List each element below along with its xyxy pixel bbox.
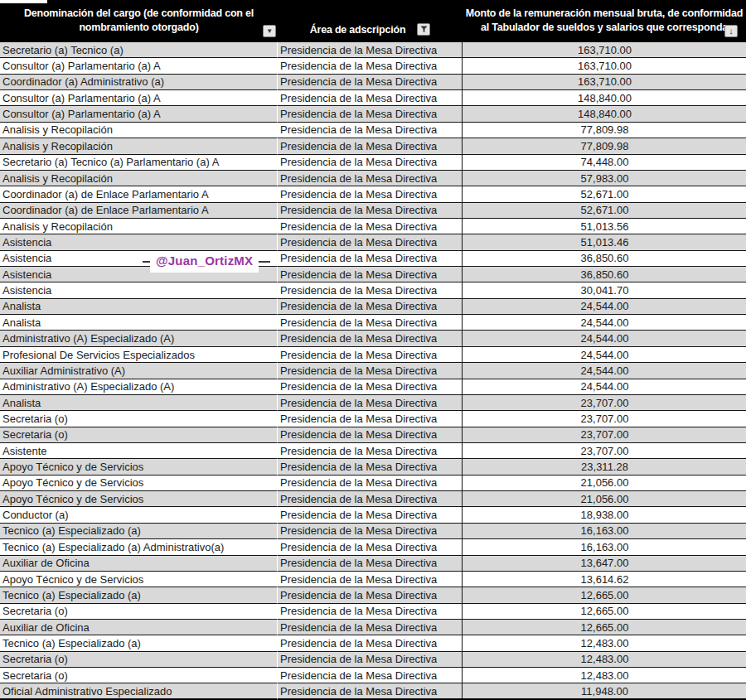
sort-descending-icon[interactable]: ↓ xyxy=(724,25,738,37)
cell-monto[interactable]: 16,163.00 xyxy=(463,539,746,555)
cell-cargo[interactable]: Analisis y Recopilación xyxy=(0,219,278,234)
cell-cargo[interactable]: Conductor (a) xyxy=(0,507,278,523)
cell-monto[interactable]: 36,850.60 xyxy=(463,267,746,282)
cell-area[interactable]: Presidencia de la Mesa Directiva xyxy=(278,299,463,315)
cell-cargo[interactable]: Profesional De Servicios Especializados xyxy=(0,347,278,363)
cell-cargo[interactable]: Administrativo (A) Especializado (A) xyxy=(0,331,278,346)
cell-area[interactable]: Presidencia de la Mesa Directiva xyxy=(278,572,463,587)
cell-area[interactable]: Presidencia de la Mesa Directiva xyxy=(278,427,463,443)
cell-monto[interactable]: 24,544.00 xyxy=(463,363,746,379)
cell-cargo[interactable]: Analisis y Recopilación xyxy=(0,171,278,186)
cell-area[interactable]: Presidencia de la Mesa Directiva xyxy=(278,42,463,58)
cell-cargo[interactable]: Apoyo Técnico y de Servicios xyxy=(0,572,278,587)
cell-monto[interactable]: 30,041.70 xyxy=(463,282,746,298)
cell-monto[interactable]: 23,707.00 xyxy=(463,395,746,411)
cell-area[interactable]: Presidencia de la Mesa Directiva xyxy=(278,363,463,379)
cell-cargo[interactable]: Coordinador (a) de Enlace Parlamentario … xyxy=(0,203,278,219)
cell-area[interactable]: Presidencia de la Mesa Directiva xyxy=(278,331,463,346)
cell-area[interactable]: Presidencia de la Mesa Directiva xyxy=(278,620,463,635)
cell-cargo[interactable]: Auxiliar de Oficina xyxy=(0,620,278,635)
cell-area[interactable]: Presidencia de la Mesa Directiva xyxy=(278,267,463,282)
cell-cargo[interactable]: Secretaria (o) xyxy=(0,427,278,443)
cell-cargo[interactable]: Consultor (a) Parlamentario (a) A xyxy=(0,106,278,122)
cell-monto[interactable]: 23,311.28 xyxy=(463,459,746,475)
cell-cargo[interactable]: Apoyo Técnico y de Servicios xyxy=(0,476,278,491)
cell-cargo[interactable]: Oficial Administrativo Especializado xyxy=(0,683,278,699)
cell-cargo[interactable]: Consultor (a) Parlamentario (a) A xyxy=(0,90,278,106)
cell-area[interactable]: Presidencia de la Mesa Directiva xyxy=(278,635,463,651)
cell-area[interactable]: Presidencia de la Mesa Directiva xyxy=(278,315,463,331)
cell-area[interactable]: Presidencia de la Mesa Directiva xyxy=(278,186,463,202)
cell-area[interactable]: Presidencia de la Mesa Directiva xyxy=(278,171,463,186)
cell-cargo[interactable]: Apoyo Técnico y de Servicios xyxy=(0,459,278,475)
cell-monto[interactable]: 52,671.00 xyxy=(463,203,746,219)
cell-area[interactable]: Presidencia de la Mesa Directiva xyxy=(278,443,463,459)
cell-area[interactable]: Presidencia de la Mesa Directiva xyxy=(278,138,463,154)
cell-cargo[interactable]: Asistencia xyxy=(0,234,278,250)
header-cargo[interactable]: Denominación del cargo (de conformidad c… xyxy=(0,0,278,42)
cell-monto[interactable]: 163,710.00 xyxy=(463,42,746,58)
cell-area[interactable]: Presidencia de la Mesa Directiva xyxy=(278,604,463,620)
header-monto[interactable]: Monto de la remuneración mensual bruta, … xyxy=(463,0,746,42)
cell-monto[interactable]: 163,710.00 xyxy=(463,75,746,90)
cell-cargo[interactable]: Administrativo (A) Especializado (A) xyxy=(0,379,278,395)
cell-cargo[interactable]: Tecnico (a) Especializado (a) xyxy=(0,524,278,539)
cell-area[interactable]: Presidencia de la Mesa Directiva xyxy=(278,683,463,699)
cell-cargo[interactable]: Secretario (a) Tecnico (a) xyxy=(0,42,278,58)
cell-area[interactable]: Presidencia de la Mesa Directiva xyxy=(278,652,463,668)
cell-cargo[interactable]: Secretaria (o) xyxy=(0,652,278,668)
cell-area[interactable]: Presidencia de la Mesa Directiva xyxy=(278,491,463,507)
cell-cargo[interactable]: Auxiliar de Oficina xyxy=(0,556,278,572)
cell-area[interactable]: Presidencia de la Mesa Directiva xyxy=(278,219,463,234)
cell-monto[interactable]: 24,544.00 xyxy=(463,347,746,363)
cell-cargo[interactable]: Secretaria (o) xyxy=(0,668,278,683)
cell-monto[interactable]: 23,707.00 xyxy=(463,443,746,459)
cell-monto[interactable]: 74,448.00 xyxy=(463,155,746,171)
cell-area[interactable]: Presidencia de la Mesa Directiva xyxy=(278,203,463,219)
filter-dropdown-icon[interactable]: ▼ xyxy=(263,25,276,37)
cell-monto[interactable]: 24,544.00 xyxy=(463,331,746,346)
cell-monto[interactable]: 11,948.00 xyxy=(463,683,746,699)
cell-cargo[interactable]: Tecnico (a) Especializado (a) Administra… xyxy=(0,539,278,555)
cell-cargo[interactable]: Analista xyxy=(0,299,278,315)
cell-cargo[interactable]: Asistencia xyxy=(0,282,278,298)
cell-area[interactable]: Presidencia de la Mesa Directiva xyxy=(278,251,463,267)
cell-area[interactable]: Presidencia de la Mesa Directiva xyxy=(278,395,463,411)
cell-monto[interactable]: 51,013.56 xyxy=(463,219,746,234)
cell-cargo[interactable]: Tecnico (a) Especializado (a) xyxy=(0,635,278,651)
cell-monto[interactable]: 12,665.00 xyxy=(463,587,746,603)
cell-monto[interactable]: 16,163.00 xyxy=(463,524,746,539)
cell-monto[interactable]: 12,665.00 xyxy=(463,620,746,635)
cell-monto[interactable]: 163,710.00 xyxy=(463,58,746,74)
cell-area[interactable]: Presidencia de la Mesa Directiva xyxy=(278,106,463,122)
cell-cargo[interactable]: Apoyo Técnico y de Servicios xyxy=(0,491,278,507)
cell-cargo[interactable]: Secretaria (o) xyxy=(0,604,278,620)
cell-cargo[interactable]: Analisis y Recopilación xyxy=(0,138,278,154)
cell-area[interactable]: Presidencia de la Mesa Directiva xyxy=(278,58,463,74)
cell-monto[interactable]: 23,707.00 xyxy=(463,427,746,443)
cell-monto[interactable]: 51,013.46 xyxy=(463,234,746,250)
cell-area[interactable]: Presidencia de la Mesa Directiva xyxy=(278,556,463,572)
cell-cargo[interactable]: Consultor (a) Parlamentario (a) A xyxy=(0,58,278,74)
cell-monto[interactable]: 12,665.00 xyxy=(463,604,746,620)
cell-area[interactable]: Presidencia de la Mesa Directiva xyxy=(278,668,463,683)
cell-monto[interactable]: 36,850.60 xyxy=(463,251,746,267)
cell-area[interactable]: Presidencia de la Mesa Directiva xyxy=(278,524,463,539)
cell-cargo[interactable]: Analisis y Recopilación xyxy=(0,123,278,138)
cell-monto[interactable]: 21,056.00 xyxy=(463,476,746,491)
cell-area[interactable]: Presidencia de la Mesa Directiva xyxy=(278,539,463,555)
cell-area[interactable]: Presidencia de la Mesa Directiva xyxy=(278,587,463,603)
cell-cargo[interactable]: Analista xyxy=(0,315,278,331)
cell-area[interactable]: Presidencia de la Mesa Directiva xyxy=(278,411,463,427)
cell-monto[interactable]: 148,840.00 xyxy=(463,106,746,122)
cell-monto[interactable]: 148,840.00 xyxy=(463,90,746,106)
cell-area[interactable]: Presidencia de la Mesa Directiva xyxy=(278,379,463,395)
cell-monto[interactable]: 77,809.98 xyxy=(463,138,746,154)
cell-cargo[interactable]: Auxiliar Administrativo (A) xyxy=(0,363,278,379)
cell-monto[interactable]: 57,983.00 xyxy=(463,171,746,186)
cell-area[interactable]: Presidencia de la Mesa Directiva xyxy=(278,90,463,106)
cell-monto[interactable]: 52,671.00 xyxy=(463,186,746,202)
filter-funnel-icon[interactable] xyxy=(417,23,430,36)
cell-monto[interactable]: 12,483.00 xyxy=(463,635,746,651)
cell-cargo[interactable]: Analista xyxy=(0,395,278,411)
